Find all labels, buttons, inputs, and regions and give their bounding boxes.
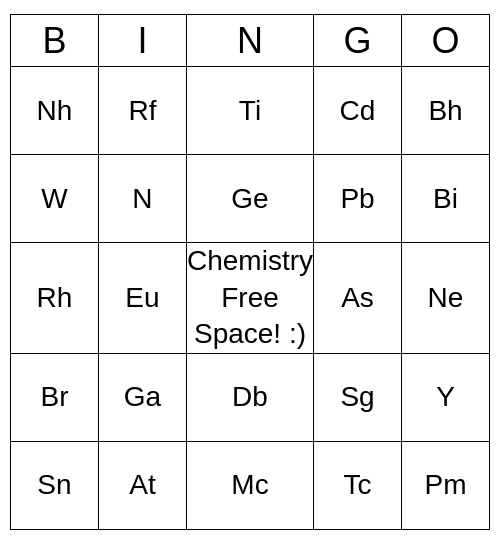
bingo-board: B I N G O Nh Rf Ti Cd Bh W N Ge Pb Bi Rh…: [10, 14, 490, 529]
header-n: N: [186, 15, 313, 67]
header-i: I: [98, 15, 186, 67]
cell-r4c1: Br: [10, 353, 98, 441]
cell-r4c3: Db: [186, 353, 313, 441]
cell-r1c1: Nh: [10, 67, 98, 155]
cell-r3c3-free: Chemistry Free Space! :): [186, 243, 313, 353]
cell-r1c2: Rf: [98, 67, 186, 155]
cell-r5c1: Sn: [10, 441, 98, 529]
table-row: Rh Eu Chemistry Free Space! :) As Ne: [10, 243, 489, 353]
header-g: G: [314, 15, 402, 67]
cell-r4c4: Sg: [314, 353, 402, 441]
table-row: Sn At Mc Tc Pm: [10, 441, 489, 529]
cell-r3c1: Rh: [10, 243, 98, 353]
cell-r2c3: Ge: [186, 155, 313, 243]
cell-r5c5: Pm: [402, 441, 490, 529]
header-o: O: [402, 15, 490, 67]
table-row: Br Ga Db Sg Y: [10, 353, 489, 441]
cell-r5c3: Mc: [186, 441, 313, 529]
cell-r3c4: As: [314, 243, 402, 353]
cell-r2c1: W: [10, 155, 98, 243]
cell-r1c3: Ti: [186, 67, 313, 155]
cell-r2c2: N: [98, 155, 186, 243]
cell-r1c5: Bh: [402, 67, 490, 155]
cell-r1c4: Cd: [314, 67, 402, 155]
header-b: B: [10, 15, 98, 67]
cell-r3c5: Ne: [402, 243, 490, 353]
cell-r4c2: Ga: [98, 353, 186, 441]
table-row: Nh Rf Ti Cd Bh: [10, 67, 489, 155]
cell-r3c2: Eu: [98, 243, 186, 353]
cell-r5c2: At: [98, 441, 186, 529]
cell-r4c5: Y: [402, 353, 490, 441]
cell-r2c4: Pb: [314, 155, 402, 243]
cell-r2c5: Bi: [402, 155, 490, 243]
cell-r5c4: Tc: [314, 441, 402, 529]
table-row: W N Ge Pb Bi: [10, 155, 489, 243]
